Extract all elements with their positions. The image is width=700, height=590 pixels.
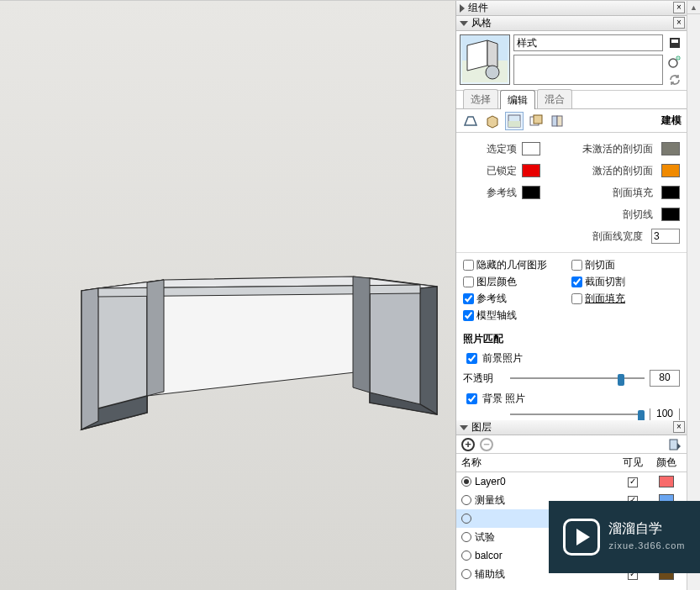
label-selected: 选定项 (463, 142, 517, 156)
style-name-input[interactable] (513, 34, 663, 51)
style-thumbnail[interactable] (460, 34, 510, 85)
panel-header-styles[interactable]: 风格 × (456, 16, 687, 31)
photo-match-title: 照片匹配 (456, 329, 687, 348)
svg-rect-19 (671, 40, 678, 43)
svg-point-17 (486, 66, 499, 79)
col-name[interactable]: 名称 (461, 456, 614, 470)
style-tabs: 选择 编辑 混合 (456, 91, 687, 109)
viewport-3d[interactable] (0, 1, 455, 590)
collapse-icon (460, 425, 468, 430)
style-description-input[interactable] (513, 55, 663, 85)
chk-section-fill[interactable]: 剖面填充 (571, 292, 680, 306)
swatch-active-section[interactable] (661, 164, 680, 177)
layers-toolbar: + − (456, 435, 687, 454)
collapse-icon (460, 21, 468, 26)
update-style-icon[interactable] (668, 36, 682, 50)
tab-edit[interactable]: 编辑 (500, 90, 535, 109)
layer-name: Layer0 (475, 476, 506, 487)
chk-section-cut[interactable]: 截面切割 (571, 275, 680, 289)
chk-background-photo[interactable]: 背景 照片 (463, 391, 525, 407)
svg-rect-23 (508, 121, 520, 127)
tab-select[interactable]: 选择 (463, 89, 498, 108)
layer-active-radio[interactable] (461, 495, 471, 505)
layer-active-radio[interactable] (461, 514, 471, 524)
panel-title: 组件 (468, 1, 488, 15)
swatch-selected[interactable] (522, 142, 540, 155)
edge-settings-icon[interactable] (461, 112, 480, 130)
background-opacity-value[interactable]: 100 (650, 408, 680, 420)
display-options-grid: 隐藏的几何图形 剖切面 图层颜色 截面切割 参考线 剖面填充 模型轴线 (456, 253, 687, 329)
section-width-input[interactable] (651, 229, 680, 244)
layer-name: 试验 (475, 530, 495, 545)
swatch-inactive-section[interactable] (661, 142, 680, 155)
svg-marker-4 (82, 288, 98, 429)
panel-header-components[interactable]: 组件 × (456, 1, 687, 16)
col-visible[interactable]: 可见 (614, 456, 651, 470)
close-icon[interactable]: × (673, 17, 685, 29)
panel-title: 风格 (471, 16, 492, 30)
create-style-icon[interactable] (668, 55, 682, 68)
expand-icon (460, 4, 465, 13)
tab-mix[interactable]: 混合 (537, 89, 572, 108)
edit-category-row: 建模 (456, 109, 687, 133)
swatch-section-line[interactable] (661, 208, 680, 221)
watermark-text: 溜溜自学 (608, 520, 685, 537)
scroll-up-icon[interactable]: ▲ (687, 1, 700, 14)
svg-marker-7 (420, 287, 437, 414)
svg-rect-25 (534, 115, 542, 124)
svg-marker-16 (487, 40, 497, 67)
foreground-opacity-value[interactable]: 80 (650, 370, 680, 387)
layer-active-radio[interactable] (461, 569, 471, 579)
panel-header-layers[interactable]: 图层 × (456, 420, 687, 435)
close-icon[interactable]: × (673, 2, 685, 13)
layer-color-swatch[interactable] (659, 476, 674, 487)
label-section-fill: 剖面填充 (545, 186, 656, 200)
chk-section-planes[interactable]: 剖切面 (571, 258, 680, 272)
opacity-label: 不透明 (463, 371, 505, 386)
remove-layer-button[interactable]: − (480, 438, 493, 451)
background-opacity-slider[interactable] (510, 408, 645, 420)
chk-foreground-photo[interactable]: 前景照片 (463, 350, 523, 366)
swatch-locked[interactable] (522, 164, 540, 177)
svg-marker-11 (147, 280, 164, 396)
layer-active-radio[interactable] (461, 532, 471, 542)
layer-active-radio[interactable] (461, 550, 471, 561)
swatch-guide[interactable] (522, 186, 540, 199)
watermark-url: zixue.3d66.com (608, 537, 685, 554)
svg-marker-12 (353, 277, 370, 392)
label-active-section: 激活的剖切面 (545, 164, 656, 178)
layer-row[interactable]: Layer0 (456, 472, 687, 491)
col-color[interactable]: 颜色 (651, 456, 682, 470)
layer-active-radio[interactable] (461, 477, 471, 487)
color-settings-grid: 选定项 未激活的剖切面 已锁定 激活的剖切面 参考线 剖面填充 (456, 133, 687, 253)
modeling-settings-icon[interactable] (549, 112, 567, 130)
style-tool-column (666, 34, 683, 87)
refresh-icon[interactable] (668, 73, 682, 87)
background-settings-icon[interactable] (505, 112, 524, 130)
chk-layer-color[interactable]: 图层颜色 (463, 275, 571, 289)
chk-hidden-geom[interactable]: 隐藏的几何图形 (463, 258, 571, 272)
layer-options-icon[interactable] (668, 438, 682, 451)
add-layer-button[interactable]: + (461, 438, 475, 451)
panel-title: 图层 (471, 420, 492, 435)
chk-model-axes[interactable]: 模型轴线 (463, 308, 571, 323)
layer-column-headers: 名称 可见 颜色 (456, 454, 687, 472)
layer-name: 辅助线 (475, 567, 505, 582)
chk-guides[interactable]: 参考线 (463, 292, 571, 306)
label-section-line: 剖切线 (545, 208, 656, 222)
watermark-settings-icon[interactable] (527, 112, 545, 130)
label-inactive-section: 未激活的剖切面 (545, 142, 656, 156)
styles-panel-body: 选择 编辑 混合 建模 选定项 未激活的剖切面 (456, 31, 687, 420)
label-guide: 参考线 (463, 186, 517, 200)
swatch-section-fill[interactable] (661, 186, 680, 199)
style-identity-row (456, 31, 687, 91)
close-icon[interactable]: × (673, 421, 685, 433)
svg-rect-26 (552, 116, 557, 126)
label-section-width: 剖面线宽度 (545, 229, 646, 244)
layers-panel-body: + − 名称 可见 颜色 Layer0测量线试验balcor辅助线 溜溜自学 z… (456, 435, 687, 590)
layer-visible-checkbox[interactable] (628, 477, 638, 487)
layer-name: balcor (475, 550, 503, 561)
svg-point-20 (669, 59, 677, 67)
face-settings-icon[interactable] (483, 112, 502, 130)
foreground-opacity-slider[interactable] (510, 372, 645, 384)
